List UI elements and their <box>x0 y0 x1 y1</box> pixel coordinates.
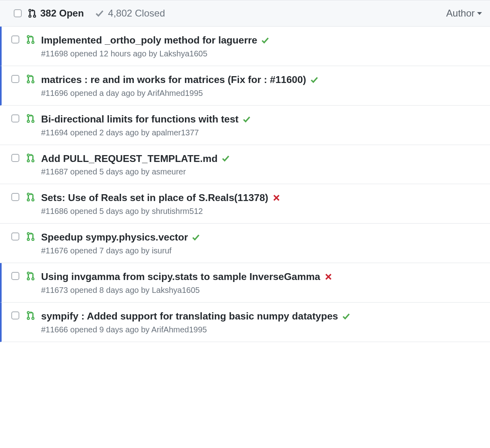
svg-point-0 <box>29 9 31 11</box>
pr-title[interactable]: matrices : re and im works for matrices … <box>41 73 306 86</box>
row-checkbox[interactable] <box>11 193 19 201</box>
closed-count-text: 4,802 Closed <box>108 8 165 19</box>
pr-title[interactable]: Sets: Use of Reals set in place of S.Rea… <box>41 191 268 204</box>
caret-down-icon <box>477 12 482 15</box>
pull-request-icon <box>27 114 35 123</box>
svg-point-10 <box>27 120 29 122</box>
svg-point-21 <box>27 272 29 274</box>
pr-row[interactable]: Add PULL_REQUEST_TEMPLATE.md #11687 open… <box>0 145 490 185</box>
pr-meta: #11676 opened 7 days ago by isuruf <box>41 246 482 255</box>
pr-title[interactable]: Speedup sympy.physics.vector <box>41 231 188 244</box>
check-pass-icon <box>261 36 269 44</box>
svg-point-12 <box>27 154 29 156</box>
closed-tab[interactable]: 4,802 Closed <box>95 8 165 19</box>
pr-title[interactable]: Using invgamma from scipy.stats to sampl… <box>41 270 320 283</box>
check-pass-icon <box>243 115 251 123</box>
pr-meta: #11687 opened 5 days ago by asmeurer <box>41 167 482 176</box>
pr-row[interactable]: sympify : Added support for translating … <box>0 303 490 342</box>
pull-request-icon <box>27 153 35 163</box>
x-fail-icon <box>324 273 332 281</box>
pull-request-icon <box>28 8 36 18</box>
svg-point-24 <box>27 311 29 313</box>
svg-point-22 <box>27 278 29 280</box>
row-checkbox[interactable] <box>11 272 19 280</box>
svg-point-23 <box>32 278 34 280</box>
pr-title[interactable]: Add PULL_REQUEST_TEMPLATE.md <box>41 152 218 165</box>
list-header: 382 Open 4,802 Closed Author <box>0 0 490 27</box>
row-checkbox[interactable] <box>11 35 19 44</box>
pr-title[interactable]: Implemented _ortho_poly method for lague… <box>41 34 257 47</box>
row-content: Bi-directional limits for functions with… <box>41 113 482 137</box>
open-count-text: 382 Open <box>40 8 84 19</box>
pr-list: Implemented _ortho_poly method for lague… <box>0 27 490 342</box>
row-checkbox[interactable] <box>11 75 19 83</box>
pr-title[interactable]: Bi-directional limits for functions with… <box>41 113 239 126</box>
counter-group: 382 Open 4,802 Closed <box>26 8 165 19</box>
svg-point-5 <box>32 41 34 44</box>
pr-meta: #11673 opened 8 days ago by Lakshya1605 <box>41 286 482 295</box>
select-all-checkbox[interactable] <box>14 9 22 17</box>
svg-point-4 <box>27 41 29 44</box>
open-tab[interactable]: 382 Open <box>28 8 84 19</box>
check-pass-icon <box>222 154 230 162</box>
pull-request-icon <box>27 35 35 44</box>
author-filter-label: Author <box>446 8 475 19</box>
svg-point-14 <box>32 160 34 162</box>
svg-point-8 <box>32 81 34 83</box>
svg-point-2 <box>33 15 35 17</box>
row-checkbox[interactable] <box>11 311 19 319</box>
check-pass-icon <box>310 76 318 84</box>
pr-meta: #11696 opened a day ago by ArifAhmed1995 <box>41 89 482 98</box>
pr-meta: #11666 opened 9 days ago by ArifAhmed199… <box>41 325 482 334</box>
svg-point-16 <box>27 199 29 201</box>
check-pass-icon <box>192 233 200 241</box>
pull-request-icon <box>27 311 35 320</box>
svg-point-17 <box>32 199 34 201</box>
check-icon <box>95 9 104 18</box>
svg-point-7 <box>27 81 29 83</box>
pr-meta: #11694 opened 2 days ago by apalmer1377 <box>41 128 482 137</box>
header-left: 382 Open 4,802 Closed <box>14 8 165 19</box>
pull-request-icon <box>27 192 35 202</box>
svg-point-3 <box>27 35 29 37</box>
row-checkbox[interactable] <box>11 232 19 241</box>
pull-request-icon <box>27 74 35 84</box>
pr-row[interactable]: matrices : re and im works for matrices … <box>0 66 490 106</box>
row-content: matrices : re and im works for matrices … <box>41 73 482 98</box>
pr-meta: #11698 opened 12 hours ago by Lakshya160… <box>41 49 482 58</box>
pr-row[interactable]: Implemented _ortho_poly method for lague… <box>0 27 490 66</box>
row-content: Implemented _ortho_poly method for lague… <box>41 34 482 58</box>
svg-point-11 <box>32 120 34 122</box>
pull-request-icon <box>27 232 35 241</box>
svg-point-15 <box>27 193 29 195</box>
pr-meta: #11686 opened 5 days ago by shrutishrm51… <box>41 207 482 216</box>
pr-row[interactable]: Bi-directional limits for functions with… <box>0 106 490 145</box>
row-content: Sets: Use of Reals set in place of S.Rea… <box>41 191 482 216</box>
row-checkbox[interactable] <box>11 114 19 122</box>
author-filter[interactable]: Author <box>446 8 482 19</box>
x-fail-icon <box>272 194 280 202</box>
check-pass-icon <box>342 312 350 320</box>
row-content: Using invgamma from scipy.stats to sampl… <box>41 270 482 295</box>
pull-request-icon <box>27 271 35 281</box>
pr-title[interactable]: sympify : Added support for translating … <box>41 310 338 323</box>
pr-row[interactable]: Sets: Use of Reals set in place of S.Rea… <box>0 184 490 224</box>
svg-point-25 <box>27 317 29 319</box>
pr-row[interactable]: Speedup sympy.physics.vector #11676 open… <box>0 224 490 263</box>
svg-point-6 <box>27 75 29 77</box>
row-content: Speedup sympy.physics.vector #11676 open… <box>41 231 482 255</box>
svg-point-9 <box>27 114 29 116</box>
pr-row[interactable]: Using invgamma from scipy.stats to sampl… <box>0 263 490 303</box>
svg-point-1 <box>29 15 31 17</box>
svg-point-18 <box>27 233 29 235</box>
svg-point-13 <box>27 160 29 162</box>
row-content: sympify : Added support for translating … <box>41 310 482 334</box>
svg-point-26 <box>32 317 34 319</box>
svg-point-20 <box>32 239 34 241</box>
row-content: Add PULL_REQUEST_TEMPLATE.md #11687 open… <box>41 152 482 177</box>
svg-point-19 <box>27 239 29 241</box>
row-checkbox[interactable] <box>11 154 19 162</box>
